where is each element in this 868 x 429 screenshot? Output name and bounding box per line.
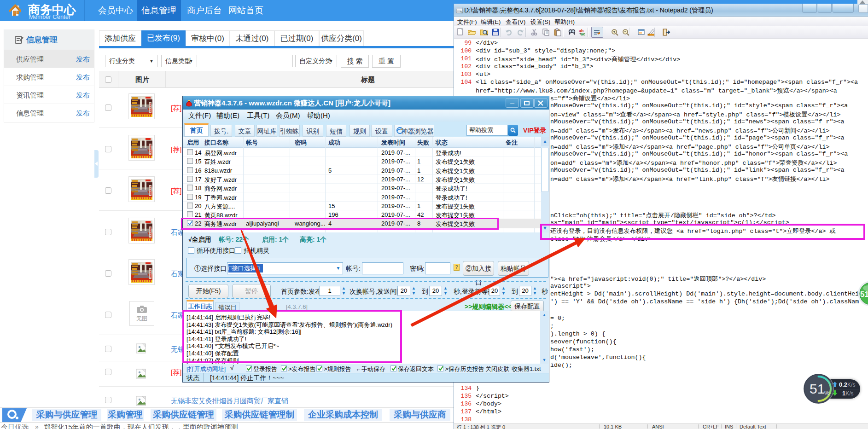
svg-text:%: %: [824, 389, 830, 396]
svg-text:51: 51: [860, 290, 868, 299]
svg-text:51: 51: [810, 381, 825, 396]
svg-text:ac: ac: [581, 32, 585, 36]
